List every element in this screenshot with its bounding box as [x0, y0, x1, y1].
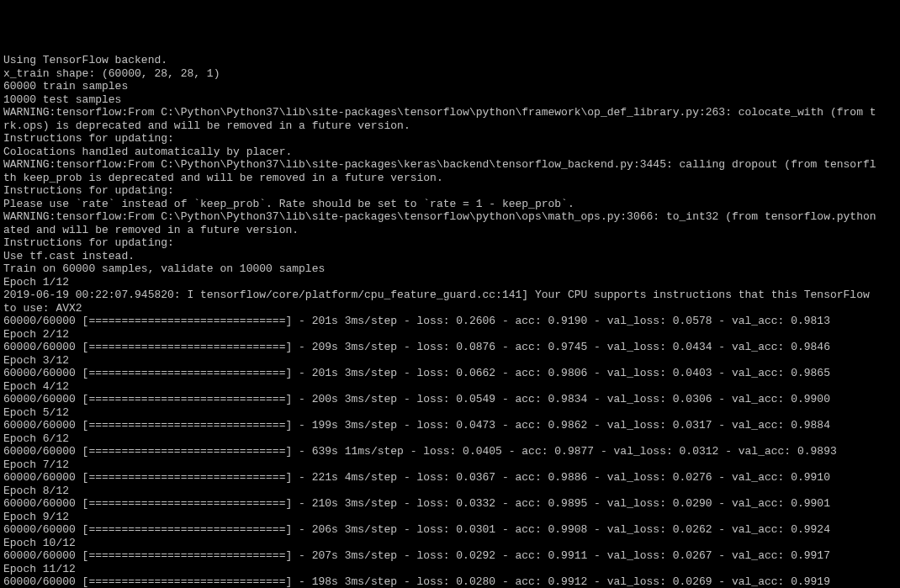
epoch-label: Epoch 11/12 — [3, 563, 76, 575]
warning-3-line1: WARNING:tensorflow:From C:\Python\Python… — [3, 210, 876, 223]
epoch-stats: - 198s 3ms/step - loss: 0.0280 - acc: 0.… — [292, 575, 830, 588]
epoch-stats: - 201s 3ms/step - loss: 0.0662 - acc: 0.… — [292, 367, 830, 379]
warning-2-line2: th keep_prob is deprecated and will be r… — [3, 172, 443, 184]
epoch-label: Epoch 5/12 — [3, 406, 69, 419]
progress-bar: 60000/60000 [===========================… — [3, 575, 292, 588]
test-samples-line: 10000 test samples — [3, 93, 121, 106]
progress-bar: 60000/60000 [===========================… — [3, 393, 292, 405]
epoch-stats: - 207s 3ms/step - loss: 0.0292 - acc: 0.… — [292, 549, 830, 562]
epoch-label: Epoch 8/12 — [3, 485, 69, 497]
progress-bar: 60000/60000 [===========================… — [3, 497, 292, 510]
warning-1-line2: rk.ops) is deprecated and will be remove… — [3, 119, 410, 132]
progress-bar: 60000/60000 [===========================… — [3, 523, 292, 536]
train-samples-line: 60000 train samples — [3, 80, 128, 93]
epoch-stats: - 206s 3ms/step - loss: 0.0301 - acc: 0.… — [292, 523, 830, 536]
warning-3-fix: Use tf.cast instead. — [3, 250, 135, 262]
epoch-label: Epoch 6/12 — [3, 432, 69, 445]
epoch-label: Epoch 4/12 — [3, 380, 69, 393]
epoch-label: Epoch 3/12 — [3, 354, 69, 367]
epoch-stats: - 199s 3ms/step - loss: 0.0473 - acc: 0.… — [292, 419, 830, 432]
warning-2-fix: Please use `rate` instead of `keep_prob`… — [3, 198, 574, 210]
warning-2-line1: WARNING:tensorflow:From C:\Python\Python… — [3, 158, 876, 171]
epoch-label: Epoch 10/12 — [3, 537, 76, 549]
terminal-output: Using TensorFlow backend. x_train shape:… — [3, 54, 897, 588]
epoch-label: Epoch 1/12 — [3, 276, 69, 289]
warning-3-line2: ated and will be removed in a future ver… — [3, 224, 299, 236]
warning-1-instr: Instructions for updating: — [3, 132, 174, 145]
warning-2-instr: Instructions for updating: — [3, 184, 174, 197]
epoch-label: Epoch 2/12 — [3, 328, 69, 341]
epoch-label: Epoch 9/12 — [3, 511, 69, 523]
progress-bar: 60000/60000 [===========================… — [3, 367, 292, 379]
progress-bar: 60000/60000 [===========================… — [3, 445, 292, 458]
progress-bar: 60000/60000 [===========================… — [3, 315, 292, 327]
cpu-info-line: 2019-06-19 00:22:07.945820: I tensorflow… — [3, 289, 870, 301]
backend-line: Using TensorFlow backend. — [3, 54, 167, 66]
epoch-label: Epoch 7/12 — [3, 458, 69, 471]
progress-bar: 60000/60000 [===========================… — [3, 549, 292, 562]
xtrain-shape-line: x_train shape: (60000, 28, 28, 1) — [3, 67, 220, 80]
epoch-stats: - 221s 4ms/step - loss: 0.0367 - acc: 0.… — [292, 471, 830, 484]
train-on-line: Train on 60000 samples, validate on 1000… — [3, 262, 325, 275]
progress-bar: 60000/60000 [===========================… — [3, 471, 292, 484]
cpu-info-line2: to use: AVX2 — [3, 302, 82, 315]
epoch-stats: - 639s 11ms/step - loss: 0.0405 - acc: 0… — [292, 445, 837, 458]
warning-1-fix: Colocations handled automatically by pla… — [3, 146, 292, 158]
progress-bar: 60000/60000 [===========================… — [3, 419, 292, 432]
progress-bar: 60000/60000 [===========================… — [3, 341, 292, 353]
warning-1-line1: WARNING:tensorflow:From C:\Python\Python… — [3, 106, 876, 119]
epoch-stats: - 201s 3ms/step - loss: 0.2606 - acc: 0.… — [292, 315, 830, 327]
epoch-stats: - 200s 3ms/step - loss: 0.0549 - acc: 0.… — [292, 393, 830, 405]
warning-3-instr: Instructions for updating: — [3, 236, 174, 249]
epoch-stats: - 209s 3ms/step - loss: 0.0876 - acc: 0.… — [292, 341, 830, 353]
epoch-stats: - 210s 3ms/step - loss: 0.0332 - acc: 0.… — [292, 497, 830, 510]
